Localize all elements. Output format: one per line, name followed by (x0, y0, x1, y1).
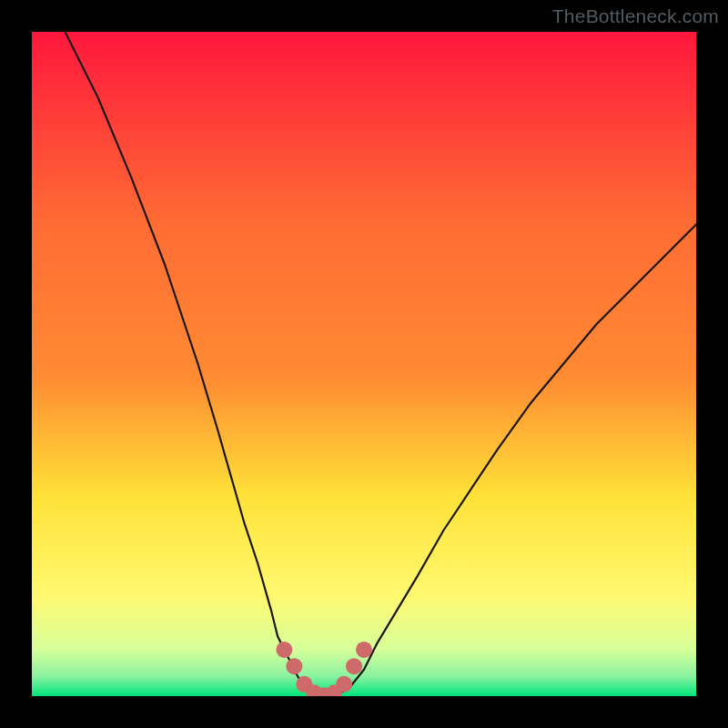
curve-marker (356, 642, 372, 658)
plot-area (32, 32, 696, 696)
watermark-text: TheBottleneck.com (552, 5, 719, 27)
chart-frame: TheBottleneck.com (0, 0, 728, 728)
curve-marker (346, 658, 362, 674)
curve-marker (336, 676, 352, 693)
chart-svg (32, 32, 696, 696)
background-gradient (32, 32, 696, 696)
curve-marker (276, 642, 292, 658)
curve-marker (286, 658, 302, 674)
